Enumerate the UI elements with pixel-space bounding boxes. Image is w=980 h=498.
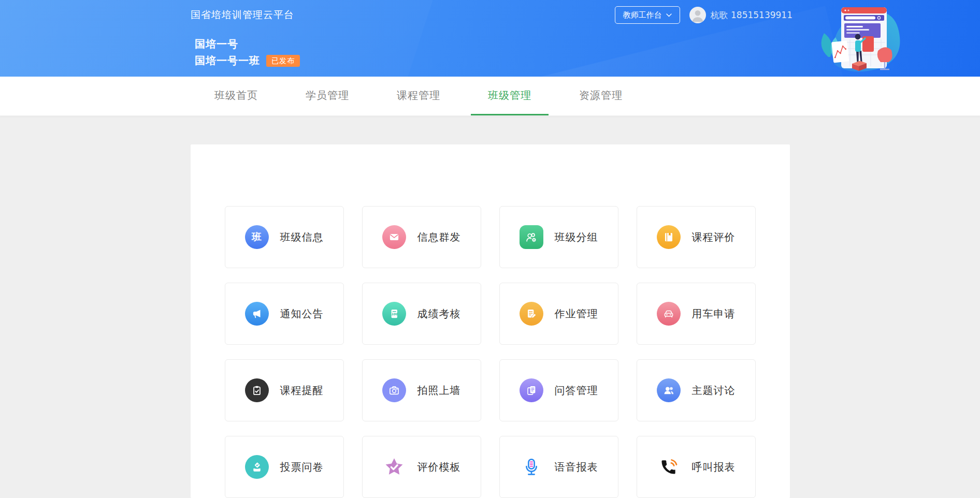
chevron-down-icon (666, 13, 672, 17)
card-course-reminder[interactable]: 课程提醒 (225, 359, 344, 421)
tab-class-home[interactable]: 班级首页 (197, 77, 275, 115)
tab-student-management[interactable]: 学员管理 (289, 77, 366, 115)
camera-wall-icon (382, 378, 406, 402)
class-management-panel: 班 班级信息 信息群发 (191, 144, 790, 498)
platform-title: 国省培培训管理云平台 (191, 8, 294, 22)
status-badge: 已发布 (266, 55, 300, 67)
card-message-broadcast[interactable]: 信息群发 (362, 206, 481, 268)
tab-class-management[interactable]: 班级管理 (471, 77, 549, 115)
person-icon (689, 7, 706, 23)
card-homework-management[interactable]: 作业管理 (499, 283, 618, 345)
card-score-assessment[interactable]: 100 成绩考核 (362, 283, 481, 345)
call-report-phone-icon (657, 455, 681, 479)
evaluation-template-star-icon (382, 455, 406, 479)
tab-course-management[interactable]: 课程管理 (380, 77, 457, 115)
card-class-grouping[interactable]: 班级分组 (499, 206, 618, 268)
voice-report-mic-icon (520, 455, 543, 479)
card-car-request[interactable]: 用车申请 (637, 283, 756, 345)
feature-grid: 班 班级信息 信息群发 (191, 144, 790, 498)
mail-broadcast-icon (382, 225, 406, 249)
class-name: 国培一号一班 (195, 54, 260, 68)
score-assessment-icon: 100 (382, 302, 406, 326)
user-name: 杭歌 (711, 10, 728, 20)
card-vote-survey[interactable]: 投票问卷 (225, 436, 344, 498)
card-qa-management[interactable]: 问答管理 (499, 359, 618, 421)
class-nav-tabs: 班级首页 学员管理 课程管理 班级管理 资源管理 (0, 77, 980, 116)
project-name: 国培一号 (195, 37, 238, 51)
topic-discussion-people-icon (657, 378, 681, 402)
card-notice-announcement[interactable]: 通知公告 (225, 283, 344, 345)
illustration (813, 1, 909, 77)
card-course-evaluation[interactable]: 课程评价 (637, 206, 756, 268)
workspace-dropdown-button[interactable]: 教师工作台 (615, 6, 680, 24)
vote-ballot-icon (245, 455, 269, 479)
course-evaluation-book-icon (657, 225, 681, 249)
svg-text:100: 100 (391, 312, 397, 316)
user-phone: 18515139911 (731, 10, 792, 20)
app-header: 国省培培训管理云平台 国培一号 国培一号一班 已发布 教师工作台 杭歌 1851… (0, 0, 980, 77)
homework-edit-icon (520, 302, 543, 326)
group-settings-icon (520, 225, 543, 249)
tab-resource-management[interactable]: 资源管理 (562, 77, 640, 115)
workspace-button-label: 教师工作台 (623, 10, 662, 20)
avatar (689, 7, 706, 23)
card-evaluation-template[interactable]: 评价模板 (362, 436, 481, 498)
card-call-report[interactable]: 呼叫报表 (637, 436, 756, 498)
card-photo-wall[interactable]: 拍照上墙 (362, 359, 481, 421)
qa-documents-icon (520, 378, 543, 402)
card-topic-discussion[interactable]: 主题讨论 (637, 359, 756, 421)
user-menu[interactable]: 杭歌 18515139911 (689, 7, 792, 23)
card-voice-report[interactable]: 语音报表 (499, 436, 618, 498)
main-content: 班 班级信息 信息群发 (0, 116, 980, 498)
announcement-megaphone-icon (245, 302, 269, 326)
course-reminder-clipboard-icon (245, 378, 269, 402)
class-info-icon: 班 (245, 225, 269, 249)
card-class-info[interactable]: 班 班级信息 (225, 206, 344, 268)
car-request-icon (657, 302, 681, 326)
